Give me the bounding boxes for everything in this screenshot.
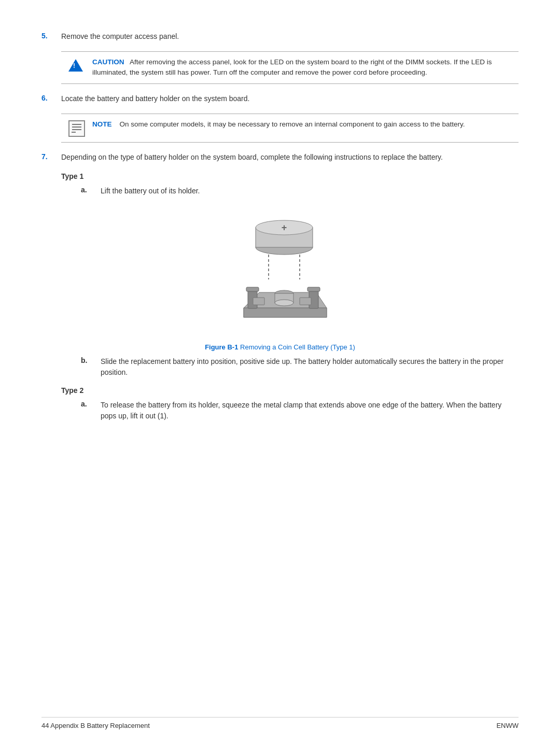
footer-left: 44 Appendix B Battery Replacement [41,722,150,729]
type-1-heading: Type 1 [61,172,519,180]
note-icon [68,119,85,137]
note-box: NOTE On some computer models, it may be … [61,114,519,143]
footer: 44 Appendix B Battery Replacement ENWW [41,717,519,729]
type-2-heading: Type 2 [61,386,519,395]
svg-rect-17 [300,298,311,305]
step-6-row: 6. Locate the battery and battery holder… [41,93,519,104]
figure-b1-text: Removing a Coin Cell Battery (Type 1) [240,343,355,351]
svg-text:+: + [282,222,287,233]
caution-text: CAUTION After removing the access panel,… [92,57,511,78]
svg-marker-8 [244,308,327,317]
footer-right: ENWW [496,722,519,729]
step-7-row: 7. Depending on the type of battery hold… [41,152,519,163]
type2-step-a-text: To release the battery from its holder, … [101,400,519,421]
note-body: On some computer models, it may be neces… [120,120,465,128]
step-6-text: Locate the battery and battery holder on… [61,93,519,104]
step-7-text: Depending on the type of battery holder … [61,152,519,163]
step-6-number: 6. [41,93,61,102]
note-text: NOTE On some computer models, it may be … [92,119,465,130]
type1-step-a-label: a. [81,186,101,194]
caution-body: After removing the access panel, look fo… [92,58,492,76]
svg-rect-16 [253,298,264,305]
svg-rect-10 [246,287,259,291]
caution-box: CAUTION After removing the access panel,… [61,51,519,84]
svg-rect-12 [307,287,320,291]
type1-step-b-label: b. [81,356,101,364]
caution-label: CAUTION [92,58,124,66]
step-5-number: 5. [41,31,61,40]
note-label: NOTE [92,120,112,128]
svg-point-15 [275,300,293,306]
step-5-text: Remove the computer access panel. [61,31,519,42]
caution-triangle-icon [68,57,85,72]
type1-step-a-text: Lift the battery out of its holder. [101,186,519,196]
type1-step-a-row: a. Lift the battery out of its holder. [81,186,519,196]
type1-step-b-text: Slide the replacement battery into posit… [101,356,519,378]
figure-b1-label: Figure B-1 [205,343,238,351]
step-5-row: 5. Remove the computer access panel. [41,31,519,42]
figure-b1-caption: Figure B-1 Removing a Coin Cell Battery … [205,343,355,351]
type2-step-a-row: a. To release the battery from its holde… [81,400,519,421]
type2-step-a-label: a. [81,400,101,408]
battery-illustration: + [213,212,347,333]
battery-figure: + [41,207,519,351]
type1-step-b-row: b. Slide the replacement battery into po… [81,356,519,378]
step-7-number: 7. [41,152,61,161]
